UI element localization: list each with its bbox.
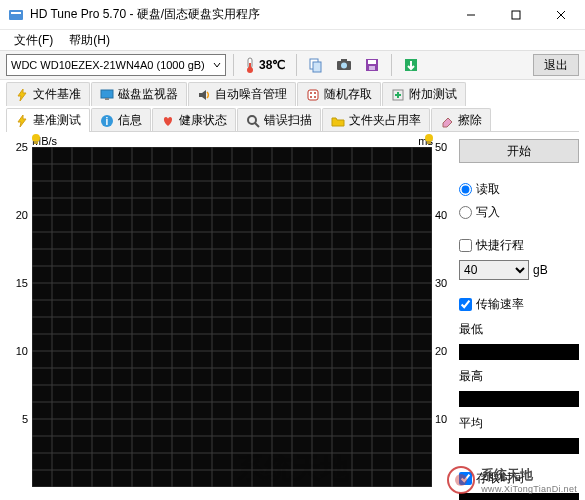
svg-rect-16 (369, 66, 375, 70)
size-row: 40 gB (459, 260, 579, 280)
watermark-logo-icon (447, 466, 475, 494)
svg-point-28 (248, 116, 256, 124)
tab-r1-0[interactable]: 文件基准 (6, 82, 90, 106)
radio-read[interactable]: 读取 (459, 181, 579, 198)
r-tick: 20 (435, 345, 451, 357)
svg-point-21 (310, 92, 312, 94)
menu-file[interactable]: 文件(F) (6, 30, 61, 51)
svg-rect-13 (341, 59, 347, 62)
size-select[interactable]: 40 (459, 260, 529, 280)
copy-button[interactable] (304, 53, 328, 77)
maximize-button[interactable] (493, 1, 538, 29)
size-unit: gB (533, 263, 548, 277)
label-avg: 平均 (459, 415, 579, 432)
check-short-stroke[interactable]: 快捷行程 (459, 237, 579, 254)
tabs-underline (6, 131, 579, 132)
plot-area (32, 147, 432, 487)
radio-write[interactable]: 写入 (459, 204, 579, 221)
radio-write-input[interactable] (459, 206, 472, 219)
tab-r2-1[interactable]: i信息 (91, 108, 151, 132)
value-min (459, 344, 579, 360)
temperature-display: 38℃ (241, 57, 289, 73)
exit-button[interactable]: 退出 (533, 54, 579, 76)
title-bar: HD Tune Pro 5.70 - 硬盘/固态硬盘实用程序 (0, 0, 585, 30)
tab-r2-2[interactable]: 健康状态 (152, 108, 236, 132)
window-title: HD Tune Pro 5.70 - 硬盘/固态硬盘实用程序 (30, 6, 448, 23)
svg-rect-15 (368, 60, 376, 64)
heart-icon (161, 114, 175, 128)
info-icon: i (100, 114, 114, 128)
main-content: MB/s ms 5101520251020304050 开始 读取 写入 快捷行… (0, 133, 585, 500)
save-button[interactable] (360, 53, 384, 77)
svg-rect-33 (427, 141, 431, 144)
tab-label: 健康状态 (179, 112, 227, 129)
svg-rect-10 (313, 62, 321, 72)
close-button[interactable] (538, 1, 583, 29)
tab-r1-1[interactable]: 磁盘监视器 (91, 82, 187, 106)
tab-r2-4[interactable]: 文件夹占用率 (322, 108, 430, 132)
tabs-row-2: 基准测试i信息健康状态错误扫描文件夹占用率擦除 (0, 106, 585, 132)
tab-r2-3[interactable]: 错误扫描 (237, 108, 321, 132)
settings-button[interactable] (399, 53, 423, 77)
svg-point-30 (32, 134, 40, 142)
search-icon (246, 114, 260, 128)
chevron-down-icon (213, 61, 221, 69)
check-short-input[interactable] (459, 239, 472, 252)
value-access (459, 493, 579, 500)
tab-label: 信息 (118, 112, 142, 129)
toolbar: WDC WD10EZEX-21WN4A0 (1000 gB) 38℃ 退出 (0, 50, 585, 80)
watermark-url: www.XiTongTianDi.net (481, 484, 577, 494)
dice-icon (306, 88, 320, 102)
svg-rect-8 (249, 63, 251, 69)
svg-line-29 (255, 123, 259, 127)
side-panel: 开始 读取 写入 快捷行程 40 gB 传输速率 最低 最高 平均 存取时间 (459, 137, 579, 500)
svg-point-12 (341, 63, 347, 69)
tabs-row-1: 文件基准磁盘监视器自动噪音管理随机存取附加测试 (0, 80, 585, 106)
tab-r1-3[interactable]: 随机存取 (297, 82, 381, 106)
drive-select[interactable]: WDC WD10EZEX-21WN4A0 (1000 gB) (6, 54, 226, 76)
y-tick: 15 (6, 277, 28, 289)
benchmark-chart: MB/s ms 5101520251020304050 (6, 137, 451, 492)
watermark-name: 系统天地 (481, 466, 577, 484)
svg-rect-31 (34, 141, 38, 144)
tab-r1-4[interactable]: 附加测试 (382, 82, 466, 106)
y-tick: 5 (6, 413, 28, 425)
tab-r1-2[interactable]: 自动噪音管理 (188, 82, 296, 106)
start-button[interactable]: 开始 (459, 139, 579, 163)
speaker-icon (197, 88, 211, 102)
radio-read-input[interactable] (459, 183, 472, 196)
svg-point-24 (310, 96, 312, 98)
separator (296, 54, 297, 76)
tab-label: 文件基准 (33, 86, 81, 103)
check-transfer-rate[interactable]: 传输速率 (459, 296, 579, 313)
menu-help[interactable]: 帮助(H) (61, 30, 118, 51)
plot-grid (32, 147, 432, 487)
tab-r2-5[interactable]: 擦除 (431, 108, 491, 132)
label-min: 最低 (459, 321, 579, 338)
r-tick: 50 (435, 141, 451, 153)
y-tick: 10 (6, 345, 28, 357)
bulb-icon (423, 133, 435, 145)
app-icon (8, 7, 24, 23)
tab-label: 随机存取 (324, 86, 372, 103)
svg-point-22 (314, 96, 316, 98)
temperature-value: 38℃ (259, 58, 285, 72)
label-max: 最高 (459, 368, 579, 385)
r-tick: 10 (435, 413, 451, 425)
tab-r2-0[interactable]: 基准测试 (6, 108, 90, 132)
tab-label: 基准测试 (33, 112, 81, 129)
lightning-icon (15, 88, 29, 102)
r-tick: 40 (435, 209, 451, 221)
svg-rect-20 (308, 90, 318, 100)
tab-label: 磁盘监视器 (118, 86, 178, 103)
check-transfer-input[interactable] (459, 298, 472, 311)
y-tick: 20 (6, 209, 28, 221)
value-max (459, 391, 579, 407)
separator (233, 54, 234, 76)
tab-label: 文件夹占用率 (349, 112, 421, 129)
menu-bar: 文件(F) 帮助(H) (0, 30, 585, 50)
svg-rect-18 (101, 90, 113, 98)
screenshot-button[interactable] (332, 53, 356, 77)
minimize-button[interactable] (448, 1, 493, 29)
value-avg (459, 438, 579, 454)
